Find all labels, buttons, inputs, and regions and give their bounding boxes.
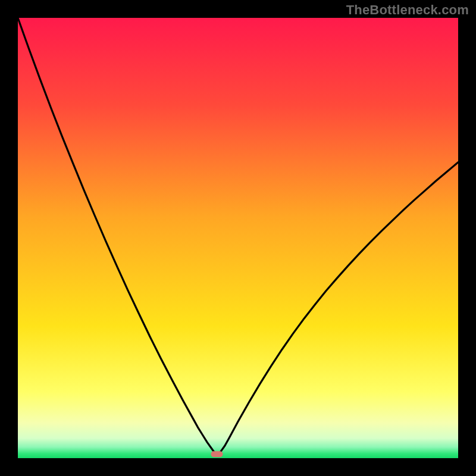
chart-background	[18, 18, 458, 458]
minimum-marker	[211, 451, 223, 457]
chart-frame: TheBottleneck.com	[0, 0, 476, 476]
bottleneck-chart	[18, 18, 458, 458]
watermark-label: TheBottleneck.com	[346, 2, 469, 18]
